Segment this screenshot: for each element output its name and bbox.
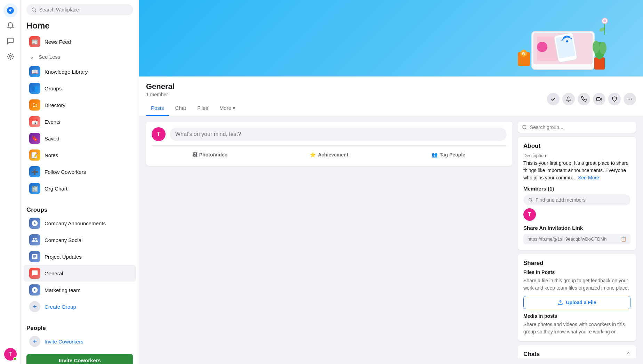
content-area: T 🖼 Photo/Video ⭐ Achievement 👥 Tag Peop… xyxy=(139,116,643,364)
phone-btn[interactable] xyxy=(578,93,590,105)
user-avatar[interactable]: T xyxy=(4,348,17,361)
files-label: Files in Posts xyxy=(523,269,630,275)
posts-feed: T 🖼 Photo/Video ⭐ Achievement 👥 Tag Peop… xyxy=(146,122,512,358)
see-more-btn[interactable]: See More xyxy=(578,175,599,180)
upload-icon xyxy=(557,300,563,305)
invite-coworkers-btn[interactable]: Invite Coworkers xyxy=(26,354,133,364)
tag-people-icon: 👥 xyxy=(432,152,437,157)
group-label-company-announcements: Company Announcements xyxy=(45,220,106,226)
sidebar-group-general[interactable]: General xyxy=(24,265,136,282)
create-group-label: Create Group xyxy=(45,304,76,310)
sidebar-item-org-chart[interactable]: 🏢 Org Chart xyxy=(24,180,136,197)
sidebar-item-knowledge-library[interactable]: 📖 Knowledge Library xyxy=(24,63,136,80)
svg-rect-21 xyxy=(597,97,600,100)
group-member-count: 1 member xyxy=(146,92,240,97)
see-less-toggle[interactable]: ⌄ See Less xyxy=(24,50,136,63)
sidebar-item-follow-coworkers[interactable]: ➕ Follow Coworkers xyxy=(24,163,136,180)
group-avatar-company-social xyxy=(29,234,40,245)
svg-point-22 xyxy=(628,98,629,99)
composer-input[interactable] xyxy=(170,128,507,141)
chats-chevron-icon[interactable]: ⌃ xyxy=(626,351,630,358)
copy-icon[interactable]: 📋 xyxy=(621,236,626,242)
invite-plus-icon: + xyxy=(29,336,40,347)
tag-people-btn[interactable]: 👥 Tag People xyxy=(390,149,507,160)
checkmark-btn[interactable] xyxy=(547,93,560,105)
chats-card: Chats ⌃ xyxy=(518,345,636,358)
knowledge-library-label: Knowledge Library xyxy=(45,69,88,75)
org-chart-label: Org Chart xyxy=(45,186,67,192)
notifications-icon[interactable] xyxy=(3,19,17,33)
invitation-section: Share An Invitation Link https://fb.me/g… xyxy=(523,225,630,244)
sidebar: Home 📰 News Feed ⌄ See Less 📖 Knowledge … xyxy=(21,0,139,364)
knowledge-library-icon: 📖 xyxy=(29,66,40,77)
more-btn[interactable] xyxy=(624,93,636,105)
find-members-input[interactable] xyxy=(536,197,626,203)
svg-rect-12 xyxy=(594,57,605,70)
sidebar-search-container xyxy=(21,0,139,19)
members-title: Members (1) xyxy=(523,186,630,192)
group-label-project-updates: Project Updates xyxy=(45,254,82,260)
sidebar-item-saved[interactable]: 🔖 Saved xyxy=(24,130,136,147)
right-search-wrap[interactable] xyxy=(518,122,636,133)
tab-more[interactable]: More ▾ xyxy=(215,102,240,116)
sidebar-group-company-announcements[interactable]: Company Announcements xyxy=(24,215,136,232)
photo-video-btn[interactable]: 🖼 Photo/Video xyxy=(152,149,268,160)
org-chart-icon: 🏢 xyxy=(29,183,40,194)
create-group-btn[interactable]: + Create Group xyxy=(24,298,136,315)
svg-point-5 xyxy=(537,42,547,52)
sidebar-item-groups[interactable]: 👥 Groups xyxy=(24,80,136,97)
achievement-icon: ⭐ xyxy=(310,152,316,157)
home-icon[interactable] xyxy=(3,3,17,17)
achievement-btn[interactable]: ⭐ Achievement xyxy=(271,149,387,160)
search-input-wrap[interactable] xyxy=(26,4,133,15)
sidebar-item-notes[interactable]: 📝 Notes xyxy=(24,147,136,163)
right-search-icon xyxy=(522,124,527,130)
home-title: Home xyxy=(21,19,139,33)
shield-btn[interactable] xyxy=(608,93,621,105)
sidebar-group-marketing-team[interactable]: Marketing team xyxy=(24,282,136,298)
follow-coworkers-label: Follow Coworkers xyxy=(45,169,86,175)
group-avatar-company-announcements xyxy=(29,218,40,229)
chats-title: Chats xyxy=(523,351,540,358)
svg-point-17 xyxy=(603,19,606,22)
group-action-icons xyxy=(547,93,636,105)
tab-files[interactable]: Files xyxy=(192,102,213,116)
sidebar-item-events[interactable]: 📅 Events xyxy=(24,113,136,130)
composer-top: T xyxy=(152,127,507,141)
sidebar-group-project-updates[interactable]: Project Updates xyxy=(24,248,136,265)
tab-posts[interactable]: Posts xyxy=(146,102,169,116)
bell-btn[interactable] xyxy=(562,93,575,105)
group-search-input[interactable] xyxy=(530,124,632,130)
notes-label: Notes xyxy=(45,152,58,158)
description-text: This is your first group. It's a great p… xyxy=(523,160,628,180)
about-description: This is your first group. It's a great p… xyxy=(523,160,630,181)
find-members-wrap[interactable] xyxy=(523,194,630,205)
chat-icon[interactable] xyxy=(3,34,17,48)
media-label: Media in posts xyxy=(523,313,630,319)
video-btn[interactable] xyxy=(593,93,605,105)
chevron-down-icon: ⌄ xyxy=(29,53,34,60)
invitation-url: https://fb.me/g/1sH9eaqqb/wDoGFDMh xyxy=(528,236,618,242)
media-section: Media in posts Share photos and videos w… xyxy=(523,313,630,335)
sidebar-group-company-social[interactable]: Company Social xyxy=(24,232,136,248)
upload-file-btn[interactable]: Upload a File xyxy=(523,296,630,309)
svg-point-15 xyxy=(600,42,606,54)
post-composer: T 🖼 Photo/Video ⭐ Achievement 👥 Tag Peop… xyxy=(146,122,512,166)
group-info: General 1 member Posts Chat Files More ▾ xyxy=(146,82,240,116)
sidebar-item-directory[interactable]: 🗂 Directory xyxy=(24,97,136,113)
group-avatar-marketing-team xyxy=(29,284,40,296)
groups-icon: 👥 xyxy=(29,83,40,94)
svg-point-25 xyxy=(523,125,526,129)
members-section: Members (1) T xyxy=(523,186,630,221)
upload-btn-label: Upload a File xyxy=(566,300,596,305)
search-input[interactable] xyxy=(39,7,128,13)
events-icon: 📅 xyxy=(29,116,40,127)
integrations-icon[interactable] xyxy=(3,49,17,63)
member-avatar-t: T xyxy=(523,208,536,221)
group-header-row: General 1 member Posts Chat Files More ▾ xyxy=(146,82,636,116)
svg-text:W: W xyxy=(522,52,525,56)
invite-coworkers-link[interactable]: + Invite Coworkers xyxy=(24,333,136,350)
notes-icon: 📝 xyxy=(29,149,40,161)
sidebar-item-news-feed[interactable]: 📰 News Feed xyxy=(24,33,136,50)
tab-chat[interactable]: Chat xyxy=(170,102,191,116)
